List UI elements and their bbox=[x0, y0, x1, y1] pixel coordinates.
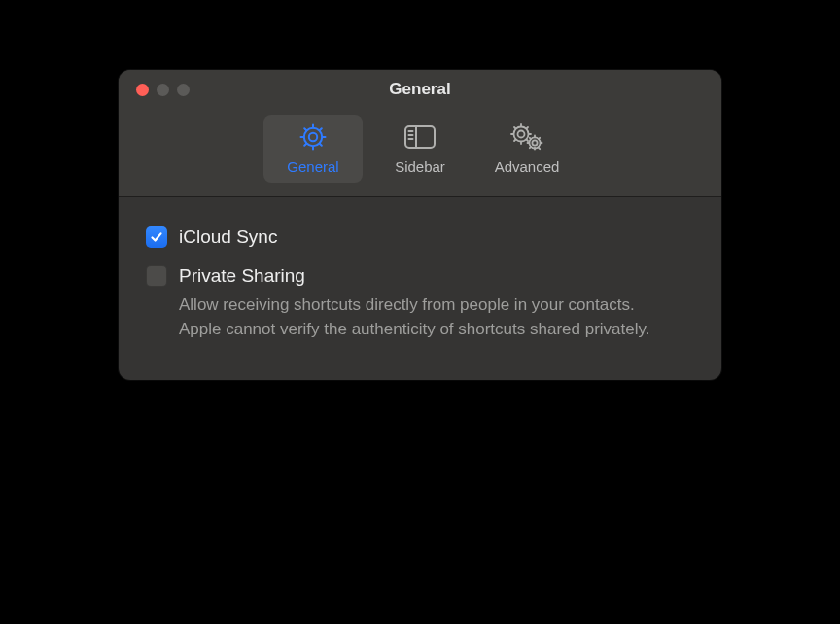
private-sharing-description: Allow receiving shortcuts directly from … bbox=[179, 293, 665, 341]
toolbar: General Sidebar bbox=[119, 109, 721, 196]
svg-rect-2 bbox=[405, 126, 435, 148]
checkmark-icon bbox=[150, 230, 163, 244]
private-sharing-label: Private Sharing bbox=[179, 263, 305, 289]
preferences-window: General General bbox=[119, 70, 721, 380]
tab-advanced[interactable]: Advanced bbox=[477, 115, 577, 183]
titlebar-top: General bbox=[119, 70, 721, 109]
traffic-lights bbox=[119, 84, 190, 96]
window-title: General bbox=[119, 80, 721, 99]
close-button[interactable] bbox=[136, 84, 149, 96]
icloud-sync-label: iCloud Sync bbox=[179, 225, 277, 250]
svg-point-0 bbox=[309, 133, 317, 141]
gear-icon bbox=[298, 121, 328, 153]
tab-general[interactable]: General bbox=[263, 115, 363, 183]
private-sharing-checkbox[interactable] bbox=[146, 265, 167, 287]
tab-general-label: General bbox=[287, 158, 338, 175]
icloud-sync-row: iCloud Sync bbox=[146, 225, 694, 250]
tab-sidebar-label: Sidebar bbox=[395, 158, 445, 175]
svg-point-1 bbox=[304, 128, 322, 146]
private-sharing-row: Private Sharing bbox=[146, 263, 694, 289]
gears-icon bbox=[509, 121, 544, 153]
svg-point-9 bbox=[532, 140, 537, 145]
minimize-button[interactable] bbox=[157, 84, 169, 96]
tab-advanced-label: Advanced bbox=[495, 158, 560, 175]
icloud-sync-checkbox[interactable] bbox=[146, 226, 167, 248]
titlebar: General General bbox=[119, 70, 721, 197]
tab-sidebar[interactable]: Sidebar bbox=[370, 115, 470, 183]
content-pane: iCloud Sync Private Sharing Allow receiv… bbox=[119, 197, 721, 380]
sidebar-icon bbox=[403, 121, 437, 153]
svg-point-7 bbox=[518, 131, 525, 138]
zoom-button[interactable] bbox=[177, 84, 190, 96]
